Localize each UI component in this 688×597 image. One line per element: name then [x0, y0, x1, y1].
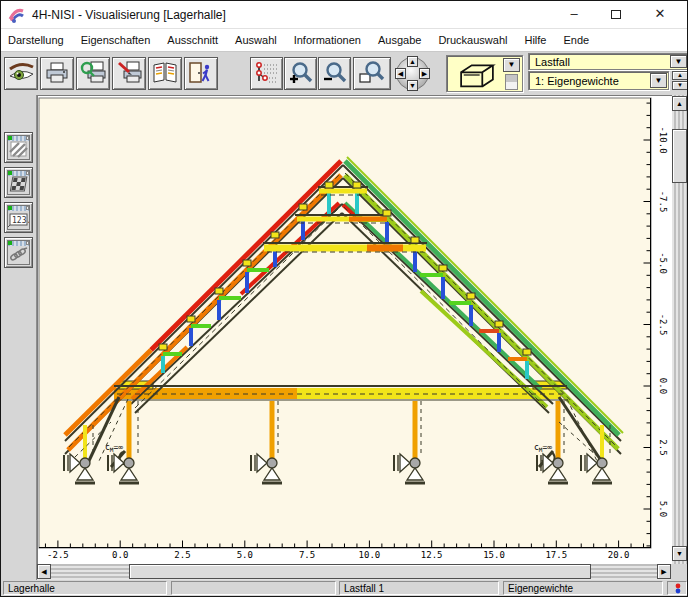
pan-control[interactable]: ▲ ◀ ▶ ▼: [395, 56, 431, 91]
svg-text:123.: 123.: [12, 216, 29, 225]
window-title: 4H-NISI - Visualisierung [Lagerhalle]: [32, 8, 226, 22]
printer-zoom-icon: [79, 61, 107, 87]
svg-text:2.5: 2.5: [174, 550, 190, 560]
svg-text:-2.5: -2.5: [658, 314, 668, 336]
horizontal-scrollbar[interactable]: ◀ ▶: [37, 564, 671, 580]
menu-item-eigenschaften[interactable]: Eigenschaften: [81, 34, 151, 46]
scroll-right-button[interactable]: ▶: [657, 564, 671, 579]
toolbar: ▲ ◀ ▶ ▼ ▼ Lastfall ▼ 1: Eigengewichte ▼ …: [1, 52, 687, 95]
numbers-icon: 123.: [7, 205, 30, 230]
spring-icon: [7, 240, 30, 265]
lastfall-combo-arrow[interactable]: ▼: [670, 55, 687, 68]
result-numbers-button[interactable]: 123.: [4, 202, 33, 233]
horizontal-scroll-thumb[interactable]: [129, 564, 591, 579]
scroll-up-button[interactable]: ▲: [672, 96, 687, 111]
svg-text:20.0: 20.0: [608, 550, 630, 560]
book-icon: [151, 61, 179, 87]
pan-right-button[interactable]: ▶: [419, 68, 430, 79]
exit-button[interactable]: [184, 57, 218, 90]
maximize-button[interactable]: [601, 1, 631, 28]
mesh-icon: [7, 170, 30, 195]
print-edit-button[interactable]: [112, 57, 146, 90]
tree-icon: [253, 61, 281, 87]
pan-down-button[interactable]: ▼: [407, 80, 418, 91]
pan-up-button[interactable]: ▲: [407, 56, 418, 67]
svg-text:cM=∞: cM=∞: [105, 443, 123, 453]
status-panel-3: Eigengewichte: [503, 581, 663, 595]
scroll-down-button[interactable]: ▼: [672, 546, 687, 561]
vertical-scroll-thumb[interactable]: [672, 129, 687, 183]
lastfall-combo-label: Lastfall: [535, 56, 570, 68]
svg-text:15.0: 15.0: [483, 550, 505, 560]
title-bar: 4H-NISI - Visualisierung [Lagerhalle] – …: [1, 1, 687, 29]
vertical-scrollbar[interactable]: ▲ ▼: [672, 95, 688, 564]
print-pages-button[interactable]: [148, 57, 182, 90]
menu-item-druckauswahl[interactable]: Druckauswahl: [438, 34, 507, 46]
menu-bar: DarstellungEigenschaftenAusschnittAuswah…: [1, 29, 687, 52]
pan-left-button[interactable]: ◀: [395, 68, 406, 79]
printer-icon: [43, 61, 71, 87]
exit-door-icon: [187, 61, 215, 87]
svg-text:7.5: 7.5: [299, 550, 315, 560]
menu-item-ende[interactable]: Ende: [564, 34, 590, 46]
zoom-window-icon: [358, 61, 386, 87]
menu-item-ausschnitt[interactable]: Ausschnitt: [167, 34, 218, 46]
svg-text:0.0: 0.0: [112, 550, 128, 560]
svg-text:17.5: 17.5: [545, 550, 567, 560]
view-eye-button[interactable]: [4, 57, 38, 90]
drawing-canvas[interactable]: -2.50.02.55.07.510.012.515.017.520.0-10.…: [37, 95, 672, 564]
lastfall-combo[interactable]: Lastfall ▼: [528, 53, 688, 70]
loadcase-combo[interactable]: 1: Eigengewichte ▼: [528, 71, 669, 90]
loadcase-spinner: ▲ ▼: [672, 71, 688, 90]
svg-text:-2.5: -2.5: [47, 550, 69, 560]
structure-tree-button[interactable]: [250, 57, 283, 90]
spinner-up-button[interactable]: ▲: [672, 71, 688, 80]
scroll-left-button[interactable]: ◀: [37, 564, 51, 579]
loadcase-combo-label: 1: Eigengewichte: [535, 75, 619, 87]
result-hatch-button[interactable]: [4, 132, 33, 163]
status-bar: LagerhalleLastfall 1Eigengewichte: [1, 580, 687, 596]
menu-item-hilfe[interactable]: Hilfe: [524, 34, 546, 46]
print-preview-button[interactable]: [76, 57, 110, 90]
minimize-button[interactable]: –: [559, 1, 589, 28]
print-button[interactable]: [40, 57, 74, 90]
view-3d-mini-scrollbar[interactable]: [505, 74, 518, 90]
result-spring-button[interactable]: [4, 237, 33, 268]
menu-item-auswahl[interactable]: Auswahl: [235, 34, 277, 46]
svg-text:0.0: 0.0: [658, 378, 668, 394]
loadcase-combo-arrow[interactable]: ▼: [650, 73, 667, 88]
menu-item-informationen[interactable]: Informationen: [294, 34, 361, 46]
svg-text:-7.5: -7.5: [658, 191, 668, 213]
status-panel-2: Lastfall 1: [339, 581, 499, 595]
svg-text:12.5: 12.5: [421, 550, 443, 560]
printer-pencil-icon: [115, 61, 143, 87]
app-icon: [8, 6, 26, 24]
result-mesh-button[interactable]: [4, 167, 33, 198]
view-3d-dropdown-button[interactable]: ▼: [503, 58, 520, 72]
wireframe-box-icon: [453, 60, 501, 90]
status-panel-1: [171, 581, 336, 595]
menu-item-darstellung[interactable]: Darstellung: [8, 34, 64, 46]
view-3d-box-control[interactable]: ▼: [446, 55, 523, 92]
zoom-window-button[interactable]: [353, 57, 391, 90]
scrollbar-corner: [672, 564, 688, 580]
app-window: 4H-NISI - Visualisierung [Lagerhalle] – …: [0, 0, 688, 597]
zoom-in-icon: [287, 61, 315, 87]
left-toolbox: 123.: [1, 95, 37, 580]
hatch-icon: [7, 135, 30, 160]
zoom-out-button[interactable]: [318, 57, 351, 90]
svg-text:-5.0: -5.0: [658, 252, 668, 274]
close-button[interactable]: ✕: [645, 1, 675, 28]
zoom-out-icon: [321, 61, 349, 87]
spinner-down-button[interactable]: ▼: [672, 81, 688, 90]
svg-text:cM=∞: cM=∞: [534, 443, 552, 453]
maximize-icon: [611, 10, 621, 19]
svg-text:10.0: 10.0: [359, 550, 381, 560]
svg-text:2.5: 2.5: [658, 439, 668, 455]
eye-icon: [7, 61, 35, 87]
zoom-in-button[interactable]: [284, 57, 317, 90]
status-panel-0: Lagerhalle: [3, 581, 167, 595]
menu-item-ausgabe[interactable]: Ausgabe: [378, 34, 421, 46]
svg-text:-10.0: -10.0: [658, 126, 668, 153]
svg-text:5.0: 5.0: [237, 550, 253, 560]
